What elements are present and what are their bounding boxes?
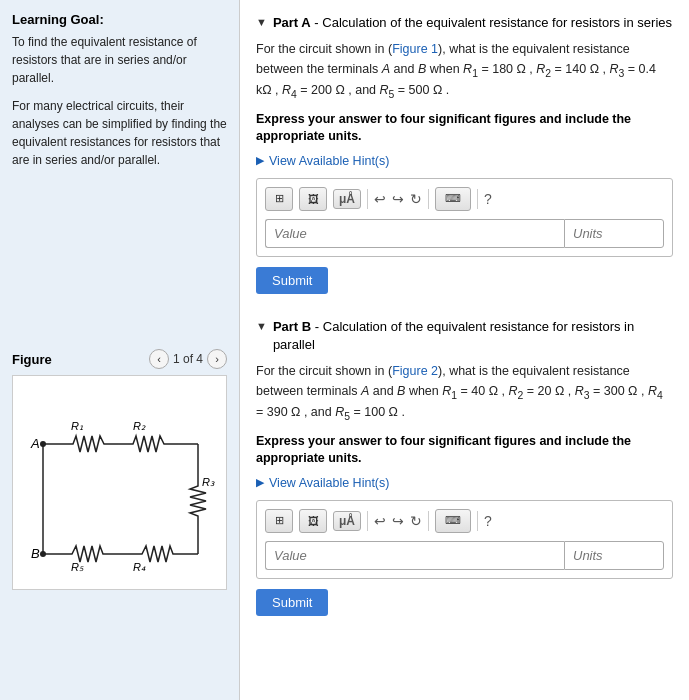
part-b-header-text: Calculation of the equivalent resistance… <box>273 319 634 352</box>
part-a-toolbar-sep3 <box>477 189 478 209</box>
part-a-express-text: Express your answer to four significant … <box>256 111 673 146</box>
part-a-refresh-icon[interactable]: ↻ <box>410 191 422 207</box>
r1-label: R₁ <box>71 420 83 432</box>
part-b-header: ▼ Part B - Calculation of the equivalent… <box>256 318 673 354</box>
part-b-answer-box: ⊞ 🖼 μÅ ↩ ↪ ↻ ⌨ ? <box>256 500 673 579</box>
part-a-title: Part A - Calculation of the equivalent r… <box>273 14 672 32</box>
part-a-header-text: Calculation of the equivalent resistance… <box>322 15 672 30</box>
part-b-toolbar-sep3 <box>477 511 478 531</box>
part-b-redo-icon[interactable]: ↪ <box>392 513 404 529</box>
figure-prev-button[interactable]: ‹ <box>149 349 169 369</box>
figure-label: Figure <box>12 352 52 367</box>
part-a-section: ▼ Part A - Calculation of the equivalent… <box>256 14 673 294</box>
circuit-svg: A B R₁ R₂ <box>23 386 233 576</box>
part-a-figure-link[interactable]: Figure 1 <box>392 42 438 56</box>
learning-goal-title: Learning Goal: <box>12 12 227 27</box>
part-b-value-input[interactable] <box>265 541 564 570</box>
part-a-triangle-icon: ▼ <box>256 16 267 28</box>
part-b-grid-button[interactable]: ⊞ <box>265 509 293 533</box>
part-a-value-input[interactable] <box>265 219 564 248</box>
part-b-triangle-icon: ▼ <box>256 320 267 332</box>
r4-label: R₄ <box>133 561 146 573</box>
part-b-refresh-icon[interactable]: ↻ <box>410 513 422 529</box>
part-a-toolbar: ⊞ 🖼 μÅ ↩ ↪ ↻ ⌨ ? <box>265 187 664 211</box>
part-b-units-input[interactable] <box>564 541 664 570</box>
r5-label: R₅ <box>71 561 84 573</box>
part-a-label: Part A <box>273 15 311 30</box>
part-b-express-text: Express your answer to four significant … <box>256 433 673 468</box>
part-a-submit-button[interactable]: Submit <box>256 267 328 294</box>
node-a-label: A <box>30 436 40 451</box>
part-a-hint-link[interactable]: View Available Hint(s) <box>269 154 389 168</box>
figure-nav-text: 1 of 4 <box>173 352 203 366</box>
part-b-hint-row: ▶ View Available Hint(s) <box>256 476 673 490</box>
part-b-submit-button[interactable]: Submit <box>256 589 328 616</box>
r3-label: R₃ <box>202 476 215 488</box>
part-a-redo-icon[interactable]: ↪ <box>392 191 404 207</box>
part-a-toolbar-sep1 <box>367 189 368 209</box>
part-a-mu-button[interactable]: μÅ <box>333 189 361 209</box>
part-b-toolbar-sep1 <box>367 511 368 531</box>
part-a-body: For the circuit shown in (Figure 1), wha… <box>256 40 673 103</box>
part-a-hint-row: ▶ View Available Hint(s) <box>256 154 673 168</box>
part-a-help-icon[interactable]: ? <box>484 191 492 207</box>
figure-header: Figure ‹ 1 of 4 › <box>12 349 227 369</box>
part-b-figure-link[interactable]: Figure 2 <box>392 364 438 378</box>
part-a-inputs <box>265 219 664 248</box>
part-a-units-input[interactable] <box>564 219 664 248</box>
part-a-undo-icon[interactable]: ↩ <box>374 191 386 207</box>
figure-nav: ‹ 1 of 4 › <box>149 349 227 369</box>
part-b-image-button[interactable]: 🖼 <box>299 509 327 533</box>
figure-next-button[interactable]: › <box>207 349 227 369</box>
part-a-header: ▼ Part A - Calculation of the equivalent… <box>256 14 673 32</box>
part-b-hint-link[interactable]: View Available Hint(s) <box>269 476 389 490</box>
part-b-dash: - <box>315 319 323 334</box>
part-b-help-icon[interactable]: ? <box>484 513 492 529</box>
part-a-keyboard-button[interactable]: ⌨ <box>435 187 471 211</box>
part-a-toolbar-sep2 <box>428 189 429 209</box>
part-a-image-button[interactable]: 🖼 <box>299 187 327 211</box>
part-b-label: Part B <box>273 319 311 334</box>
part-b-mu-button[interactable]: μÅ <box>333 511 361 531</box>
part-b-inputs <box>265 541 664 570</box>
r2-label: R₂ <box>133 420 146 432</box>
learning-goal-text-2: For many electrical circuits, their anal… <box>12 97 227 169</box>
part-b-toolbar-sep2 <box>428 511 429 531</box>
part-a-hint-triangle-icon: ▶ <box>256 154 264 167</box>
part-b-title: Part B - Calculation of the equivalent r… <box>273 318 673 354</box>
part-b-undo-icon[interactable]: ↩ <box>374 513 386 529</box>
part-a-answer-box: ⊞ 🖼 μÅ ↩ ↪ ↻ ⌨ ? <box>256 178 673 257</box>
circuit-diagram: A B R₁ R₂ <box>12 375 227 590</box>
part-b-keyboard-button[interactable]: ⌨ <box>435 509 471 533</box>
part-b-section: ▼ Part B - Calculation of the equivalent… <box>256 318 673 616</box>
learning-goal-text-1: To find the equivalent resistance of res… <box>12 33 227 87</box>
part-a-grid-button[interactable]: ⊞ <box>265 187 293 211</box>
right-panel: ▼ Part A - Calculation of the equivalent… <box>240 0 689 700</box>
part-b-toolbar: ⊞ 🖼 μÅ ↩ ↪ ↻ ⌨ ? <box>265 509 664 533</box>
left-panel: Learning Goal: To find the equivalent re… <box>0 0 240 700</box>
node-b-label: B <box>31 546 40 561</box>
part-b-body: For the circuit shown in (Figure 2), wha… <box>256 362 673 425</box>
part-b-hint-triangle-icon: ▶ <box>256 476 264 489</box>
